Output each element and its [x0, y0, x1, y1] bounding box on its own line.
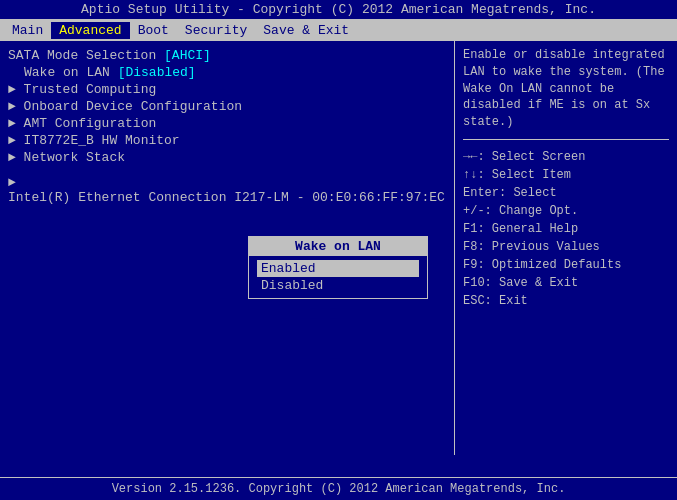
menu-entry-sata[interactable]: SATA Mode Selection [AHCI] [8, 47, 446, 64]
divider [463, 139, 669, 140]
key-help-item: Enter: Select [463, 184, 669, 202]
menu-entry-onboard-de[interactable]: Onboard Device Configuration [8, 98, 446, 115]
entry-label: Intel(R) Ethernet Connection I217-LM - 0… [8, 190, 445, 205]
menu-item-advanced[interactable]: Advanced [51, 22, 129, 39]
key-help-item: F1: General Help [463, 220, 669, 238]
key-help-item: →←: Select Screen [463, 148, 669, 166]
key-help-item: ↑↓: Select Item [463, 166, 669, 184]
menu-item-security[interactable]: Security [177, 22, 255, 39]
title-bar: Aptio Setup Utility - Copyright (C) 2012… [0, 0, 677, 20]
menu-entry-trusted-co[interactable]: Trusted Computing [8, 81, 446, 98]
key-help-item: F8: Previous Values [463, 238, 669, 256]
entry-value: [Disabled] [118, 65, 196, 80]
key-help-item: ESC: Exit [463, 292, 669, 310]
entry-value: [AHCI] [164, 48, 211, 63]
menu-item-main[interactable]: Main [4, 22, 51, 39]
menu-item-boot[interactable]: Boot [130, 22, 177, 39]
menu-entry-wake-on-lan[interactable]: Wake on LAN [Disabled] [8, 64, 446, 81]
entry-label: IT8772E_B HW Monitor [24, 133, 180, 148]
dropdown-option-enabled[interactable]: Enabled [257, 260, 419, 277]
menu-entry-it8772e_b-[interactable]: IT8772E_B HW Monitor [8, 132, 446, 149]
menu-entry-network-st[interactable]: Network Stack [8, 149, 446, 166]
footer-text: Version 2.15.1236. Copyright (C) 2012 Am… [112, 482, 566, 496]
left-panel: SATA Mode Selection [AHCI]Wake on LAN [D… [0, 41, 455, 455]
menu-item-save-and-exit[interactable]: Save & Exit [255, 22, 357, 39]
entry-label: Onboard Device Configuration [24, 99, 242, 114]
title-text: Aptio Setup Utility - Copyright (C) 2012… [81, 2, 596, 17]
key-help-item: F10: Save & Exit [463, 274, 669, 292]
entry-label: Wake on LAN [24, 65, 110, 80]
entry-label: Network Stack [24, 150, 125, 165]
key-help-item: +/-: Change Opt. [463, 202, 669, 220]
menu-entry-amt-config[interactable]: AMT Configuration [8, 115, 446, 132]
entry-label: AMT Configuration [24, 116, 157, 131]
help-text: Enable or disable integrated LAN to wake… [463, 47, 669, 131]
wake-on-lan-dropdown[interactable]: Wake on LANEnabledDisabled [248, 236, 428, 299]
menu-entry-intel(r)-e[interactable]: Intel(R) Ethernet Connection I217-LM - 0… [8, 174, 446, 206]
separator [8, 166, 446, 174]
entry-label: Trusted Computing [24, 82, 157, 97]
key-help: →←: Select Screen↑↓: Select ItemEnter: S… [463, 148, 669, 310]
dropdown-body: EnabledDisabled [249, 256, 427, 298]
menu-bar: MainAdvancedBootSecuritySave & Exit [0, 20, 677, 41]
footer: Version 2.15.1236. Copyright (C) 2012 Am… [0, 477, 677, 500]
main-content: SATA Mode Selection [AHCI]Wake on LAN [D… [0, 41, 677, 455]
dropdown-option-disabled[interactable]: Disabled [257, 277, 419, 294]
key-help-item: F9: Optimized Defaults [463, 256, 669, 274]
dropdown-title: Wake on LAN [249, 237, 427, 256]
right-panel: Enable or disable integrated LAN to wake… [455, 41, 677, 455]
entry-label: SATA Mode Selection [8, 48, 156, 63]
